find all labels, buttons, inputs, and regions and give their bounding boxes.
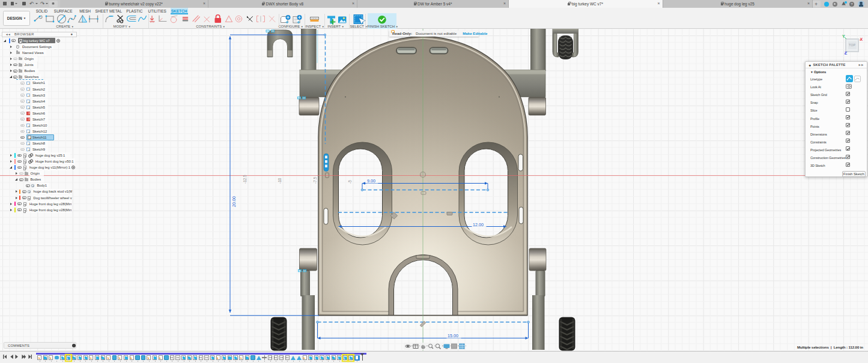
svg-text:-5: -5 (348, 180, 352, 184)
svg-text:-7.5: -7.5 (313, 177, 317, 184)
svg-text:20.00: 20.00 (231, 196, 237, 207)
svg-text:9.00: 9.00 (367, 178, 375, 184)
svg-text:12.00: 12.00 (473, 222, 484, 227)
svg-text:15.00: 15.00 (448, 333, 458, 338)
svg-text:-12.5: -12.5 (243, 175, 247, 184)
svg-text:-10: -10 (278, 178, 282, 184)
